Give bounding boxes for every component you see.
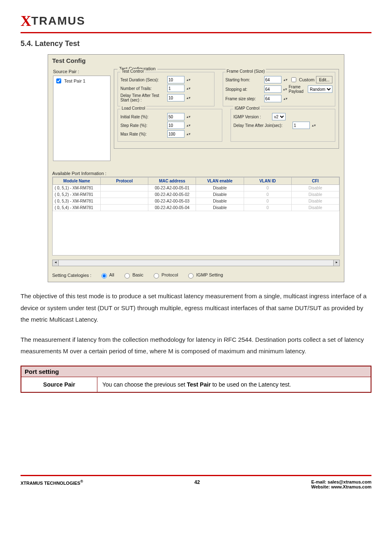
spinner-icon[interactable]: ▴▾ <box>283 87 287 91</box>
test-control-legend: Test Control <box>120 69 145 74</box>
table-row[interactable]: ( 0, 5,2) - XM-RM78100-22-A2-00-05-02Dis… <box>53 191 339 198</box>
igmp-delay-input[interactable] <box>293 122 310 129</box>
cell-cfi: Disable <box>291 191 339 198</box>
frame-step-input[interactable] <box>264 95 281 102</box>
spinner-icon[interactable]: ▴▾ <box>186 132 191 136</box>
start-from-input[interactable] <box>264 76 281 83</box>
spinner-icon[interactable]: ▴▾ <box>283 97 288 101</box>
pair-label: Test Pair 1 <box>64 78 85 83</box>
available-port-label: Available Port Information : <box>48 166 344 177</box>
radio-basic[interactable]: Basic <box>122 272 143 279</box>
table-row[interactable]: ( 0, 5,3) - XM-RM78100-22-A2-00-05-03Dis… <box>53 198 339 205</box>
th-mac[interactable]: MAC address <box>148 177 196 185</box>
radio-basic-input[interactable] <box>125 273 130 279</box>
table-row[interactable]: ( 0, 5,4) - XM-RM78100-22-A2-00-05-04Dis… <box>53 205 339 211</box>
footer-left: XTRAMUS TECHNOLOGIES® <box>21 479 83 486</box>
scroll-right-icon[interactable]: ▸ <box>333 260 339 266</box>
spinner-icon[interactable]: ▴▾ <box>186 123 191 127</box>
max-rate-input[interactable] <box>167 130 184 138</box>
cell-mac: 00-22-A2-00-05-01 <box>148 185 196 191</box>
radio-igmp[interactable]: IGMP Setting <box>186 272 223 279</box>
radio-igmp-input[interactable] <box>188 273 194 279</box>
spinner-icon[interactable]: ▴▾ <box>283 78 288 82</box>
cell-cfi: Disable <box>291 198 339 205</box>
cell-module: ( 0, 5,1) - XM-RM781 <box>53 185 101 191</box>
cell-vlan-enable: Disable <box>196 191 244 198</box>
frame-control-legend: Frame Control (Size) <box>226 69 266 74</box>
spinner-icon[interactable]: ▴▾ <box>186 115 191 119</box>
cell-vlan-enable: Disable <box>196 198 244 205</box>
cell-mac: 00-22-A2-00-05-04 <box>148 205 196 211</box>
cell-protocol <box>101 198 148 205</box>
th-vlan-enable[interactable]: VLAN enable <box>196 177 244 185</box>
test-configuration-fieldset: Test Configuration Test Control Test Dur… <box>114 69 339 149</box>
source-pair-list: Test Pair 1 <box>53 76 111 161</box>
radio-protocol[interactable]: Protocol <box>152 272 178 279</box>
test-duration-label: Test Duration (Secs): <box>120 78 166 82</box>
setting-categories-label: Setting Catelogies : <box>52 273 91 278</box>
start-from-label: Starting from: <box>226 78 263 82</box>
cell-cfi: Disable <box>291 185 339 191</box>
stopping-at-input[interactable] <box>264 85 281 93</box>
cell-protocol <box>101 191 148 198</box>
logo-x: X <box>21 13 31 29</box>
step-rate-input[interactable] <box>167 122 184 129</box>
delay-start-input[interactable] <box>167 94 184 101</box>
load-control-fieldset: Load Control Initial Rate (%): ▴▾ Step R… <box>118 109 222 142</box>
initial-rate-label: Initial Rate (%): <box>120 115 166 119</box>
cell-vlan-enable: Disable <box>196 185 244 191</box>
source-pair-cell-desc: You can choose the previous set Test Pai… <box>97 377 371 392</box>
th-cfi[interactable]: CFI <box>291 177 339 185</box>
initial-rate-input[interactable] <box>167 113 184 120</box>
section-title: 5.4. Latency Test <box>21 39 371 48</box>
trails-input[interactable] <box>167 85 184 92</box>
stopping-at-label: Stopping at: <box>226 87 263 92</box>
radio-protocol-input[interactable] <box>154 273 159 279</box>
cell-mac: 00-22-A2-00-05-02 <box>148 191 196 198</box>
th-module[interactable]: Module Name <box>53 177 101 185</box>
spinner-icon[interactable]: ▴▾ <box>311 123 316 127</box>
test-control-fieldset: Test Control Test Duration (Secs): ▴▾ Nu… <box>118 72 214 106</box>
pair-checkbox[interactable] <box>56 78 61 83</box>
custom-checkbox[interactable] <box>291 77 296 82</box>
logo-tramus: TRAMUS <box>31 14 85 27</box>
cell-mac: 00-22-A2-00-05-03 <box>148 198 196 205</box>
radio-all[interactable]: All <box>99 272 114 279</box>
spinner-icon[interactable]: ▴▾ <box>186 78 191 82</box>
test-duration-input[interactable] <box>167 76 184 83</box>
cell-vlan-id: 0 <box>244 185 291 191</box>
footer-right: E-mail: sales@xtramus.com Website: www.X… <box>311 479 371 489</box>
frame-payload-select[interactable]: Random <box>308 85 332 93</box>
delay-start-label: Delay Time After Test Start (sec) : <box>120 93 166 102</box>
logo: XTRAMUS <box>21 12 371 30</box>
igmp-control-fieldset: IGMP Control IGMP Version : v2 Delay Tim… <box>231 109 335 142</box>
th-vlan-id[interactable]: VLAN ID <box>244 177 291 185</box>
step-rate-label: Step Rate (%): <box>120 123 166 128</box>
cell-vlan-id: 0 <box>244 198 291 205</box>
edit-button[interactable]: Edit... <box>316 76 332 83</box>
port-setting-table: Port setting Source Pair You can choose … <box>21 366 371 393</box>
spinner-icon[interactable]: ▴▾ <box>186 96 191 100</box>
th-protocol[interactable]: Protocol <box>101 177 148 185</box>
scroll-left-icon[interactable]: ◂ <box>53 260 59 266</box>
source-pair-cell-label: Source Pair <box>21 377 97 392</box>
footer-page-number: 42 <box>194 479 200 485</box>
cell-vlan-enable: Disable <box>196 205 244 211</box>
header-divider <box>21 32 371 33</box>
port-setting-header: Port setting <box>21 366 371 377</box>
max-rate-label: Max Rate (%): <box>120 132 166 136</box>
cell-cfi: Disable <box>291 205 339 211</box>
cell-protocol <box>101 205 148 211</box>
source-pair-item[interactable]: Test Pair 1 <box>55 77 109 85</box>
paragraph-1: The objective of this test mode is to pr… <box>21 290 371 326</box>
igmp-version-select[interactable]: v2 <box>272 113 286 120</box>
cell-vlan-id: 0 <box>244 191 291 198</box>
radio-all-input[interactable] <box>101 273 107 279</box>
h-scrollbar[interactable]: ◂ ▸ <box>52 260 340 266</box>
igmp-version-label: IGMP Version : <box>233 115 270 119</box>
source-pair-label: Source Pair : <box>53 69 111 74</box>
cell-module: ( 0, 5,4) - XM-RM781 <box>53 205 101 211</box>
spinner-icon[interactable]: ▴▾ <box>186 86 191 90</box>
frame-step-label: Frame size step: <box>226 97 263 101</box>
table-row[interactable]: ( 0, 5,1) - XM-RM78100-22-A2-00-05-01Dis… <box>53 185 339 191</box>
